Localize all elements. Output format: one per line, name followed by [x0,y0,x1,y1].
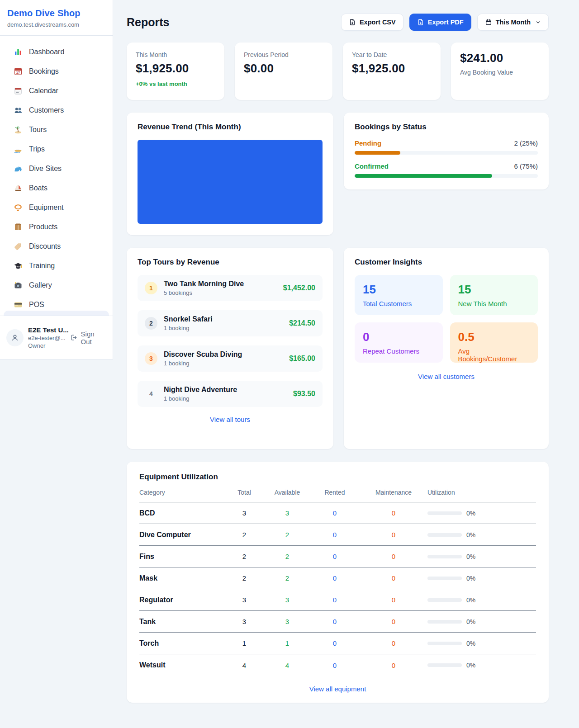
export-csv-label: Export CSV [360,19,396,26]
cell-rented: 0 [310,618,360,625]
stat-label: Year to Date [352,51,432,58]
sidebar-item-bookings[interactable]: 17 Bookings [4,61,109,81]
table-body: BCD 3 3 0 0 0% Dive Computer 2 2 0 0 0% … [139,502,536,676]
cell-maintenance: 0 [360,509,427,517]
sidebar-item-equipment[interactable]: Equipment [4,198,109,217]
tour-bookings-count: 1 booking [164,325,213,331]
stat-card-this-month: This Month $1,925.00 +0% vs last month [127,43,224,100]
status-label: Confirmed [355,162,389,170]
utilization-percent: 0% [466,596,475,604]
insight-tile-total-customers: 15 Total Customers [355,275,443,315]
cell-maintenance: 0 [360,618,427,625]
file-download-icon [349,19,356,26]
sidebar-item-label: Boats [29,184,47,192]
calendar-icon [485,19,492,26]
tour-revenue: $214.50 [289,319,315,327]
cell-total: 1 [224,639,265,647]
log-out-icon [70,334,77,341]
tour-revenue: $93.50 [293,390,315,398]
cell-rented: 0 [310,574,360,582]
tour-name: Two Tank Morning Dive [164,280,244,288]
equipment-utilization-title: Equipment Utilization [139,473,536,482]
view-all-tours-link[interactable]: View all tours [138,416,323,423]
file-download-icon [417,19,424,26]
sidebar-item-gallery[interactable]: Gallery [4,275,109,295]
shop-header: Demo Dive Shop demo.test.divestreams.com [0,0,113,36]
insight-tile-new-this-month: 15 New This Month [450,275,538,315]
bookings-by-status-title: Bookings by Status [355,123,538,132]
sidebar-item-trips[interactable]: Trips [4,139,109,159]
rank-badge: 4 [145,388,157,400]
status-count: 6 (75%) [514,162,538,170]
cell-rented: 0 [310,531,360,539]
rank-badge: 3 [145,352,157,365]
utilization-percent: 0% [466,662,475,669]
sidebar-item-products[interactable]: Products [4,217,109,236]
sidebar-item-calendar[interactable]: Calendar [4,81,109,100]
column-header: Maintenance [360,489,427,496]
export-pdf-button[interactable]: Export PDF [409,14,471,31]
sidebar-item-dashboard[interactable]: Dashboard [4,42,109,61]
cell-category: Fins [139,553,224,561]
utilization-bar-track [427,511,462,515]
sidebar-item-reports-partial[interactable] [4,311,109,316]
cell-category: Regulator [139,596,224,604]
sign-out-button[interactable]: Sign Out [70,330,106,345]
tour-list-item: 3 Discover Scuba Diving 1 booking $165.0… [138,345,323,372]
cell-maintenance: 0 [360,639,427,647]
table-row: Fins 2 2 0 0 0% [139,546,536,567]
cell-utilization: 0% [427,575,536,582]
utilization-bar-track [427,598,462,602]
cell-maintenance: 0 [360,662,427,669]
top-tours-card: Top Tours by Revenue 1 Two Tank Morning … [127,248,333,449]
cell-category: Torch [139,639,224,648]
table-row: Torch 1 1 0 0 0% [139,633,536,654]
period-dropdown[interactable]: This Month [477,14,549,31]
tour-revenue: $165.00 [289,355,315,363]
top-tours-title: Top Tours by Revenue [138,258,323,267]
column-header: Category [139,489,224,496]
stat-card-previous-period: Previous Period $0.00 [235,43,332,100]
cell-available: 3 [265,596,310,604]
stat-card-avg-booking-value: $241.00 Avg Booking Value [451,43,549,100]
rank-badge: 2 [145,317,157,330]
sidebar-item-training[interactable]: Training [4,256,109,275]
tour-bookings-count: 1 booking [164,395,237,402]
view-all-equipment-link[interactable]: View all equipment [139,685,536,693]
cell-total: 2 [224,553,265,560]
table-row: Tank 3 3 0 0 0% [139,611,536,633]
sidebar-item-label: Trips [29,145,45,153]
customers-people-icon [14,106,23,115]
column-header: Total [224,489,265,496]
cell-utilization: 0% [427,618,536,625]
sidebar-item-customers[interactable]: Customers [4,100,109,120]
calendar-icon [14,86,23,95]
sidebar-item-label: Bookings [29,67,59,76]
sidebar-item-discounts[interactable]: Discounts [4,236,109,256]
column-header: Available [265,489,310,496]
cell-available: 3 [265,618,310,625]
utilization-percent: 0% [466,510,475,517]
cell-total: 3 [224,618,265,625]
sidebar-item-label: Gallery [29,281,52,289]
sidebar-item-tours[interactable]: Tours [4,120,109,139]
stat-card-year-to-date: Year to Date $1,925.00 [343,43,441,100]
tour-name: Discover Scuba Diving [164,350,242,359]
stat-value: $241.00 [460,51,540,65]
tour-name: Night Dive Adventure [164,386,237,394]
view-all-customers-link[interactable]: View all customers [355,373,538,380]
sidebar-item-boats[interactable]: Boats [4,178,109,198]
sidebar-item-label: Discounts [29,242,61,251]
sidebar-item-label: Calendar [29,87,58,95]
utilization-bar-track [427,577,462,580]
main-content: Reports Export CSV Export PDF This Month… [127,0,549,703]
stat-value: $1,925.00 [352,61,432,76]
sidebar-item-dive-sites[interactable]: Dive Sites [4,159,109,178]
insight-tiles: 15 Total Customers 15 New This Month 0 R… [355,275,538,363]
tour-name: Snorkel Safari [164,315,213,323]
export-csv-button[interactable]: Export CSV [341,14,403,31]
cell-rented: 0 [310,596,360,604]
stat-value: $1,925.00 [136,61,215,76]
cell-rented: 0 [310,509,360,517]
table-row: Mask 2 2 0 0 0% [139,567,536,589]
